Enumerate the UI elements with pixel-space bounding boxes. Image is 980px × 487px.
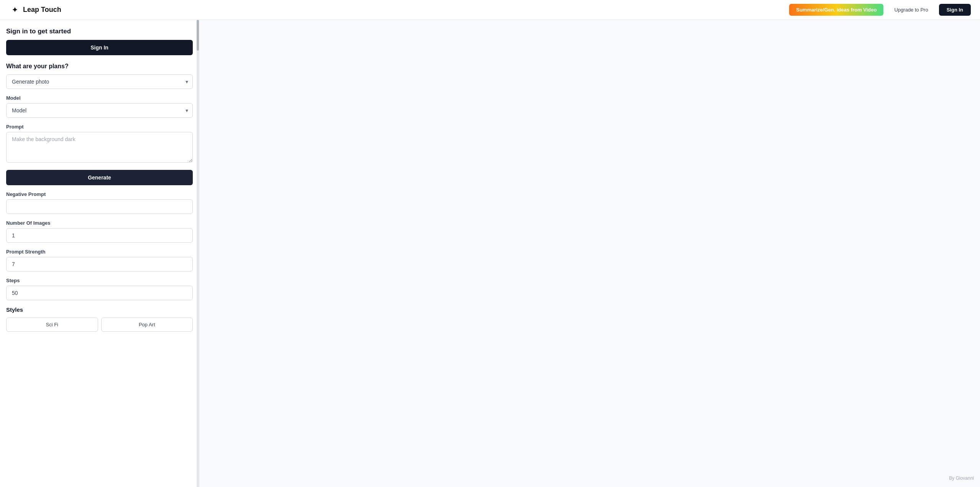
scrollbar[interactable]: [197, 20, 199, 487]
steps-group: Steps: [6, 278, 193, 300]
main-layout: Sign in to get started Sign In What are …: [0, 20, 980, 487]
steps-input[interactable]: [6, 286, 193, 300]
negative-prompt-input[interactable]: [6, 199, 193, 214]
number-of-images-group: Number Of Images: [6, 220, 193, 243]
prompt-label: Prompt: [6, 124, 193, 130]
navbar-actions: Summarize/Gen. ideas from Video Upgrade …: [789, 4, 971, 16]
negative-prompt-label: Negative Prompt: [6, 191, 193, 197]
prompt-strength-input[interactable]: [6, 257, 193, 271]
scrollbar-thumb: [197, 20, 199, 51]
style-item-scifi[interactable]: Sci Fi: [6, 318, 98, 332]
signin-main-button[interactable]: Sign In: [6, 40, 193, 55]
prompt-strength-label: Prompt Strength: [6, 249, 193, 255]
sidebar: Sign in to get started Sign In What are …: [0, 20, 199, 487]
navbar: ✦ Leap Touch Summarize/Gen. ideas from V…: [0, 0, 980, 20]
model-group: Model Model Stable Diffusion DALL-E ▾: [6, 95, 193, 118]
prompt-strength-group: Prompt Strength: [6, 249, 193, 271]
number-of-images-input[interactable]: [6, 228, 193, 243]
styles-grid: Sci Fi Pop Art: [6, 318, 193, 332]
attribution: By Giovanni: [949, 475, 974, 481]
styles-group: Styles Sci Fi Pop Art: [6, 306, 193, 332]
signin-section: Sign in to get started Sign In: [6, 28, 193, 55]
upgrade-button[interactable]: Upgrade to Pro: [888, 4, 934, 16]
content-area: By Giovanni: [199, 20, 980, 487]
brand-name: Leap Touch: [23, 6, 61, 14]
summarize-button[interactable]: Summarize/Gen. ideas from Video: [789, 4, 883, 16]
signin-nav-button[interactable]: Sign In: [939, 4, 971, 16]
style-item-popart[interactable]: Pop Art: [101, 318, 193, 332]
brand: ✦ Leap Touch: [9, 5, 61, 15]
steps-label: Steps: [6, 278, 193, 283]
plans-section: What are your plans? Generate photo Edit…: [6, 63, 193, 89]
plans-dropdown[interactable]: Generate photo Edit photo Remove backgro…: [6, 74, 193, 89]
model-dropdown[interactable]: Model Stable Diffusion DALL-E: [6, 103, 193, 118]
signin-title: Sign in to get started: [6, 28, 193, 35]
prompt-group: Prompt: [6, 124, 193, 164]
plans-dropdown-wrapper: Generate photo Edit photo Remove backgro…: [6, 74, 193, 89]
model-dropdown-wrapper: Model Stable Diffusion DALL-E ▾: [6, 103, 193, 118]
plans-title: What are your plans?: [6, 63, 193, 70]
negative-prompt-group: Negative Prompt: [6, 191, 193, 214]
generate-button[interactable]: Generate: [6, 170, 193, 185]
brand-icon: ✦: [9, 5, 20, 15]
styles-title: Styles: [6, 306, 193, 313]
model-label: Model: [6, 95, 193, 101]
prompt-textarea[interactable]: [6, 132, 193, 163]
number-of-images-label: Number Of Images: [6, 220, 193, 226]
